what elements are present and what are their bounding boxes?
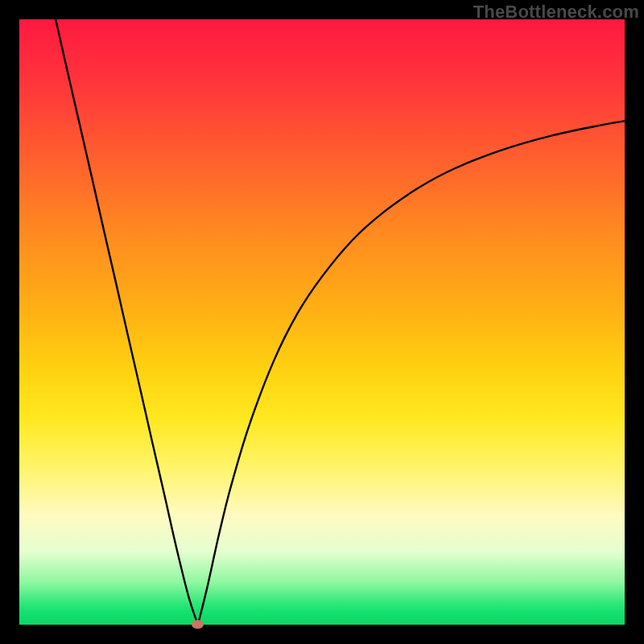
curve-left-branch [56,19,198,625]
bottleneck-curve [19,19,625,625]
watermark-text: TheBottleneck.com [473,2,639,23]
curve-right-branch [198,121,625,625]
minimum-marker [192,620,204,629]
